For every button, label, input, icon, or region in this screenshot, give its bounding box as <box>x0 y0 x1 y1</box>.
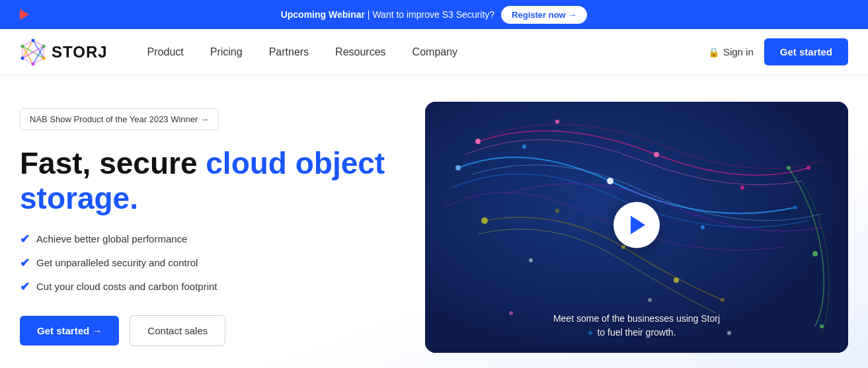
svg-point-30 <box>787 166 791 170</box>
svg-point-25 <box>481 217 488 224</box>
banner-text: Upcoming Webinar | Want to improve S3 Se… <box>281 9 494 20</box>
nav-links: Product Pricing Partners Resources Compa… <box>134 41 708 63</box>
feature-3: ✔ Cut your cloud costs and carbon footpr… <box>20 279 390 294</box>
hero-left: NAB Show Product of the Year 2023 Winner… <box>20 108 390 346</box>
sign-in-label: Sign in <box>723 46 754 57</box>
register-now-button[interactable]: Register now → <box>501 6 587 24</box>
hero-get-started-button[interactable]: Get started → <box>20 316 119 346</box>
hero-title: Fast, secure cloud object storage. <box>20 146 390 216</box>
feature-2: ✔ Get unparalleled security and control <box>20 256 390 270</box>
hero-right: Meet some of the businesses using Storj … <box>390 102 848 353</box>
svg-point-20 <box>455 165 461 170</box>
svg-point-19 <box>807 166 810 170</box>
svg-point-24 <box>793 205 797 209</box>
svg-point-8 <box>42 44 46 48</box>
svg-point-23 <box>701 225 705 229</box>
banner-play-icon <box>20 9 29 20</box>
top-banner: Upcoming Webinar | Want to improve S3 Se… <box>0 0 868 29</box>
svg-point-17 <box>654 152 659 157</box>
svg-point-36 <box>509 311 513 315</box>
svg-point-32 <box>820 324 824 328</box>
check-icon-2: ✔ <box>20 256 30 270</box>
feature-1: ✔ Achieve better global performance <box>20 232 390 246</box>
main-content: NAB Show Product of the Year 2023 Winner… <box>0 75 868 368</box>
feature-2-text: Get unparalleled security and control <box>36 257 198 268</box>
nav-product[interactable]: Product <box>134 41 197 63</box>
svg-point-28 <box>674 277 679 283</box>
svg-point-35 <box>727 331 731 335</box>
logo[interactable]: STORJ <box>20 39 108 65</box>
video-play-button[interactable] <box>613 202 660 248</box>
svg-point-15 <box>475 139 481 144</box>
check-icon-1: ✔ <box>20 232 30 246</box>
navbar: STORJ Product Pricing Partners Resources… <box>0 29 868 75</box>
features-list: ✔ Achieve better global performance ✔ Ge… <box>20 232 390 294</box>
svg-point-34 <box>648 298 652 302</box>
video-container[interactable]: Meet some of the businesses using Storj … <box>425 102 848 353</box>
award-badge[interactable]: NAB Show Product of the Year 2023 Winner… <box>20 108 219 130</box>
logo-text: STORJ <box>52 43 108 61</box>
feature-3-text: Cut your cloud costs and carbon footprin… <box>36 281 217 292</box>
nav-resources[interactable]: Resources <box>322 41 399 63</box>
svg-point-11 <box>21 56 24 59</box>
feature-1-text: Achieve better global performance <box>36 233 187 244</box>
nav-partners[interactable]: Partners <box>256 41 322 63</box>
play-triangle-icon <box>631 216 645 235</box>
nav-get-started-button[interactable]: Get started <box>764 38 848 65</box>
lock-icon: 🔒 <box>708 47 719 57</box>
svg-point-29 <box>721 298 725 302</box>
hero-title-black: Fast, secure <box>20 146 206 180</box>
check-icon-3: ✔ <box>20 279 30 294</box>
svg-point-26 <box>555 209 559 213</box>
svg-point-21 <box>522 145 526 149</box>
nav-company[interactable]: Company <box>399 41 471 63</box>
svg-point-18 <box>740 186 744 190</box>
nav-pricing[interactable]: Pricing <box>197 41 256 63</box>
svg-point-22 <box>607 178 613 184</box>
video-caption: Meet some of the businesses using Storj … <box>551 312 723 340</box>
svg-point-31 <box>812 251 818 256</box>
banner-webinar-label: Upcoming Webinar <box>281 9 365 20</box>
nav-right: 🔒 Sign in Get started <box>708 38 848 65</box>
svg-point-33 <box>529 258 533 262</box>
cta-buttons: Get started → Contact sales <box>20 315 390 346</box>
contact-sales-button[interactable]: Contact sales <box>130 315 225 346</box>
svg-point-27 <box>621 245 625 249</box>
svg-point-9 <box>42 56 46 59</box>
sign-in-link[interactable]: 🔒 Sign in <box>708 46 754 57</box>
banner-webinar-text: | Want to improve S3 Security? <box>365 9 494 20</box>
svg-point-12 <box>21 44 24 48</box>
svg-point-16 <box>555 120 559 124</box>
storj-logo-icon <box>20 39 46 65</box>
